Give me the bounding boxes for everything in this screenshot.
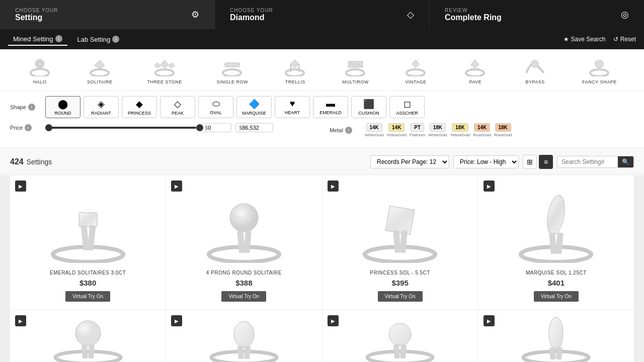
- asscher-label: ASSCHER: [396, 111, 418, 116]
- nav-step-review[interactable]: Review Complete Ring ◎: [430, 0, 644, 29]
- price-max-input[interactable]: [242, 125, 270, 131]
- product-card-3[interactable]: ▶ PRINCESS SOL - 5.5CT $395 Virtual Try …: [323, 175, 478, 310]
- shape-asscher[interactable]: ◻ ASSCHER: [389, 96, 425, 118]
- product-card-2[interactable]: ▶ 4 prong Round Solitaire $388: [166, 175, 321, 310]
- svg-point-23: [471, 68, 473, 70]
- heart-icon: ♥: [290, 99, 295, 109]
- shape-radiant[interactable]: ◈ RADIANT: [84, 96, 119, 118]
- setting-type-fancy-shape[interactable]: FANCY SHAPE: [578, 55, 620, 86]
- grid-view-button[interactable]: ⊞: [523, 155, 537, 169]
- svg-point-55: [234, 321, 254, 347]
- metal-14k-white[interactable]: 14K WhiteGold: [365, 123, 383, 137]
- metal-pt-platinum[interactable]: PT Platinum: [410, 123, 425, 137]
- search-submit-button[interactable]: 🔍: [618, 156, 633, 167]
- range-track[interactable]: [45, 127, 196, 129]
- search-setting-input[interactable]: [557, 156, 618, 167]
- virtual-try-on-button-2[interactable]: Virtual Try On: [221, 291, 266, 302]
- shape-label-text: Shape: [10, 104, 26, 110]
- setting-type-solitaire[interactable]: SOLITAIRE: [83, 55, 117, 86]
- product-card-4[interactable]: ▶ MARQUISE SOL 1.25CT $401 Virtual Try O…: [478, 175, 634, 310]
- price-max-input-group: $: [235, 123, 273, 132]
- metal-18k-white[interactable]: 18K WhiteGold: [428, 123, 447, 137]
- single-row-icon: [220, 57, 245, 77]
- nav-step-review-prelabel: Review: [445, 8, 502, 13]
- marquise-label: MARQUISE: [242, 111, 266, 116]
- svg-rect-16: [348, 61, 363, 64]
- virtual-try-on-button-1[interactable]: Virtual Try On: [65, 291, 110, 302]
- info-icon-lab[interactable]: i: [112, 36, 119, 43]
- metal-pt-label: Platinum: [410, 133, 425, 137]
- shape-oval[interactable]: ⬭ OVAL: [198, 96, 233, 118]
- video-icon-6: ▶: [171, 315, 182, 326]
- setting-type-three-stone[interactable]: THREE STONE: [143, 55, 186, 86]
- svg-point-5: [155, 69, 174, 76]
- nav-step-setting[interactable]: Choose Your Setting ⚙: [0, 0, 215, 29]
- setting-type-pave[interactable]: PAVE: [459, 55, 492, 86]
- solitaire-icon: [87, 57, 112, 77]
- setting-type-trellis[interactable]: TRELLIS: [279, 55, 312, 86]
- setting-type-bypass[interactable]: BYPASS: [519, 55, 552, 86]
- pave-icon: [463, 57, 488, 77]
- setting-type-vintage[interactable]: VINTAGE: [399, 55, 432, 86]
- metal-18k-rose[interactable]: 18K RoseGold: [494, 123, 512, 137]
- metal-14k-rose[interactable]: 14K RoseGold: [473, 123, 491, 137]
- svg-marker-8: [169, 63, 175, 68]
- setting-type-halo[interactable]: HALO: [23, 55, 56, 86]
- setting-type-single-row[interactable]: SINGLE ROW: [213, 55, 253, 86]
- virtual-try-on-button-3[interactable]: Virtual Try On: [378, 291, 423, 302]
- product-name-4: MARQUISE SOL 1.25CT: [526, 270, 587, 276]
- shape-marquise[interactable]: 🔷 MARQUISE: [236, 96, 272, 118]
- svg-rect-49: [556, 232, 564, 254]
- trellis-icon: [283, 57, 308, 77]
- range-thumb-max[interactable]: [196, 124, 203, 131]
- pave-label: PAVE: [469, 79, 482, 84]
- product-image-3: [355, 184, 445, 264]
- info-icon-price[interactable]: i: [25, 124, 32, 131]
- list-view-button[interactable]: ≡: [539, 155, 553, 169]
- product-name-2: 4 prong Round Solitaire: [206, 270, 282, 276]
- price-min-input[interactable]: [208, 125, 228, 131]
- metal-14k-rose-label: RoseGold: [473, 133, 491, 137]
- sort-select[interactable]: Price: Low - High Price: High - Low: [453, 155, 519, 168]
- filters-section: Shape i ⬤ ROUND ◈ RADIANT ◆ PRINCESS ◇ P…: [0, 91, 644, 148]
- info-icon-mined[interactable]: i: [55, 35, 62, 42]
- shape-princess[interactable]: ◆ PRINCESS: [122, 96, 157, 118]
- metal-18k-rose-label: RoseGold: [494, 133, 512, 137]
- svg-point-58: [367, 351, 433, 362]
- save-search-button[interactable]: ★ Save Search: [564, 36, 605, 43]
- reset-button[interactable]: ↺ Reset: [613, 36, 636, 43]
- video-icon-1: ▶: [15, 180, 26, 192]
- metal-18k-yellow[interactable]: 18K YellowGold: [450, 123, 470, 137]
- product-card-5[interactable]: ▶: [10, 310, 166, 362]
- video-icon-2: ▶: [171, 180, 182, 192]
- metal-14k-yellow[interactable]: 14K YellowGold: [386, 123, 407, 137]
- product-card-8[interactable]: ▶: [478, 310, 634, 362]
- nav-step-diamond[interactable]: Choose Your Diamond ◇: [215, 0, 430, 29]
- range-thumb-min[interactable]: [45, 124, 52, 131]
- tab-lab-label: Lab Setting: [77, 36, 111, 43]
- virtual-try-on-button-4[interactable]: Virtual Try On: [534, 291, 579, 302]
- solitaire-label: SOLITAIRE: [87, 79, 113, 84]
- info-icon-metal[interactable]: i: [345, 127, 352, 134]
- product-card-6[interactable]: ▶: [166, 310, 321, 362]
- shape-cushion[interactable]: ⬛ CUSHION: [351, 96, 386, 118]
- svg-point-47: [545, 194, 568, 236]
- tab-mined-setting[interactable]: Mined Setting i: [8, 33, 67, 46]
- shape-emerald[interactable]: ▬ EMERALD: [313, 96, 348, 118]
- product-image-1: [43, 184, 133, 264]
- shape-heart[interactable]: ♥ HEART: [275, 96, 310, 118]
- product-card-7[interactable]: ▶: [323, 310, 478, 362]
- multirow-icon: [343, 57, 368, 77]
- setting-type-multirow[interactable]: MULTIROW: [338, 55, 372, 86]
- product-image-2: [199, 184, 289, 264]
- product-price-1: $380: [79, 279, 96, 287]
- product-card-1[interactable]: ▶ EMERALD SOLITAIRES: [10, 175, 166, 310]
- info-icon-shape[interactable]: i: [28, 104, 35, 111]
- shape-round[interactable]: ⬤ ROUND: [45, 96, 80, 118]
- svg-marker-12: [291, 60, 299, 68]
- records-per-page-select[interactable]: Records Per Page: 12 Records Per Page: 2…: [370, 155, 449, 168]
- tab-lab-setting[interactable]: Lab Setting i: [72, 34, 125, 45]
- shape-peak[interactable]: ◇ PEAK: [160, 96, 195, 118]
- svg-point-59: [389, 323, 411, 345]
- video-icon-7: ▶: [328, 315, 339, 326]
